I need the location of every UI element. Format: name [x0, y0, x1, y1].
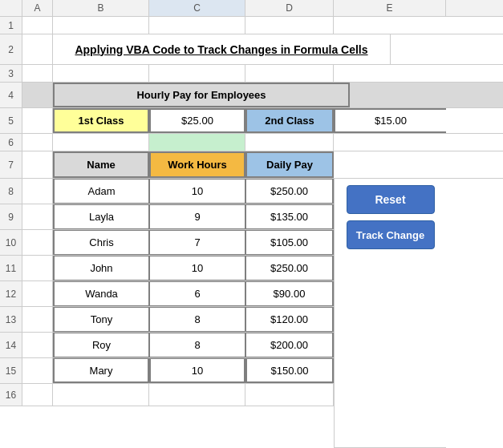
- cell-6e[interactable]: [334, 134, 446, 151]
- cell-layla-hours[interactable]: 9: [149, 204, 245, 229]
- hourly-pay-header: Hourly Pay for Employees: [53, 83, 350, 107]
- cell-adam-name[interactable]: Adam: [53, 179, 149, 204]
- cell-john-pay[interactable]: $250.00: [245, 256, 334, 281]
- corner-cell: [0, 0, 22, 16]
- cell-6a[interactable]: [22, 134, 53, 151]
- data-left: 8 Adam 10 $250.00 9 Layla 9 $135.00 10 C…: [0, 179, 334, 448]
- data-row-roy: 14 Roy 8 $200.00: [0, 333, 334, 358]
- cell-11a[interactable]: [22, 256, 53, 281]
- cell-16b[interactable]: [53, 384, 149, 406]
- cell-3b[interactable]: [53, 65, 149, 82]
- cell-3e[interactable]: [334, 65, 446, 82]
- data-row-layla: 9 Layla 9 $135.00: [0, 204, 334, 230]
- col-header-a: A: [22, 0, 53, 16]
- rownum-12: 12: [0, 281, 22, 306]
- cell-16d[interactable]: [245, 384, 334, 406]
- data-row-mary: 15 Mary 10 $150.00: [0, 358, 334, 384]
- row-3: 3: [0, 65, 503, 83]
- row-7-buttons: [334, 151, 446, 178]
- col-header-e: E: [334, 0, 446, 16]
- cell-chris-pay[interactable]: $105.00: [245, 230, 334, 255]
- cell-layla-name[interactable]: Layla: [53, 204, 149, 229]
- cell-1a[interactable]: [22, 17, 53, 34]
- cell-tony-hours[interactable]: 8: [149, 307, 245, 332]
- rownum-9: 9: [0, 204, 22, 229]
- row-7-headers: 7 Name Work Hours Daily Pay: [0, 151, 503, 179]
- cell-6c[interactable]: [149, 134, 245, 151]
- cell-1c[interactable]: [149, 17, 245, 34]
- rownum-14: 14: [0, 333, 22, 357]
- class2-label[interactable]: 2nd Class: [245, 108, 334, 133]
- cell-3d[interactable]: [245, 65, 334, 82]
- cell-roy-hours[interactable]: 8: [149, 333, 245, 357]
- cell-4e[interactable]: [350, 83, 462, 107]
- cell-4a[interactable]: [22, 83, 53, 107]
- cell-6d[interactable]: [245, 134, 334, 151]
- cell-15a[interactable]: [22, 358, 53, 383]
- data-row-tony: 13 Tony 8 $120.00: [0, 307, 334, 333]
- cell-adam-hours[interactable]: 10: [149, 179, 245, 204]
- cell-wanda-name[interactable]: Wanda: [53, 281, 149, 306]
- cell-tony-name[interactable]: Tony: [53, 307, 149, 332]
- cell-3c[interactable]: [149, 65, 245, 82]
- rownum-13: 13: [0, 307, 22, 332]
- cell-8a[interactable]: [22, 179, 53, 204]
- cell-16a[interactable]: [22, 384, 53, 406]
- rownum-4: 4: [0, 83, 22, 107]
- cell-chris-name[interactable]: Chris: [53, 230, 149, 255]
- cell-12a[interactable]: [22, 281, 53, 306]
- data-row-adam: 8 Adam 10 $250.00: [0, 179, 334, 204]
- data-row-john: 11 John 10 $250.00: [0, 256, 334, 281]
- cell-16c[interactable]: [149, 384, 245, 406]
- col-header-d: D: [245, 0, 334, 16]
- data-section: 8 Adam 10 $250.00 9 Layla 9 $135.00 10 C…: [0, 179, 503, 448]
- cell-7a[interactable]: [22, 151, 53, 178]
- cell-2e[interactable]: [391, 34, 503, 64]
- cell-john-hours[interactable]: 10: [149, 256, 245, 281]
- price1-value[interactable]: $25.00: [149, 108, 245, 133]
- cell-wanda-hours[interactable]: 6: [149, 281, 245, 306]
- cell-1d[interactable]: [245, 17, 334, 34]
- cell-13a[interactable]: [22, 307, 53, 332]
- row-4: 4 Hourly Pay for Employees: [0, 83, 503, 108]
- cell-14a[interactable]: [22, 333, 53, 357]
- col-header-dailypay: Daily Pay: [245, 151, 334, 178]
- rownum-15: 15: [0, 358, 22, 383]
- title-cell: Applying VBA Code to Track Changes in Fo…: [53, 34, 391, 64]
- row-5: 5 1st Class $25.00 2nd Class $15.00: [0, 108, 503, 134]
- price2-value[interactable]: $15.00: [334, 108, 446, 133]
- cell-10a[interactable]: [22, 230, 53, 255]
- cell-mary-pay[interactable]: $150.00: [245, 358, 334, 383]
- row-2: 2 Applying VBA Code to Track Changes in …: [0, 34, 503, 65]
- cell-chris-hours[interactable]: 7: [149, 230, 245, 255]
- cell-roy-name[interactable]: Roy: [53, 333, 149, 357]
- cell-1e[interactable]: [334, 17, 446, 34]
- rownum-16: 16: [0, 384, 22, 406]
- cell-1b[interactable]: [53, 17, 149, 34]
- class1-label[interactable]: 1st Class: [53, 108, 149, 133]
- rownum-8: 8: [0, 179, 22, 204]
- col-header-workhours: Work Hours: [149, 151, 245, 178]
- cell-layla-pay[interactable]: $135.00: [245, 204, 334, 229]
- cell-mary-hours[interactable]: 10: [149, 358, 245, 383]
- cell-roy-pay[interactable]: $200.00: [245, 333, 334, 357]
- cell-9a[interactable]: [22, 204, 53, 229]
- cell-adam-pay[interactable]: $250.00: [245, 179, 334, 204]
- cell-6b[interactable]: [53, 134, 149, 151]
- cell-mary-name[interactable]: Mary: [53, 358, 149, 383]
- data-row-wanda: 12 Wanda 6 $90.00: [0, 281, 334, 307]
- cell-john-name[interactable]: John: [53, 256, 149, 281]
- track-change-button[interactable]: Track Change: [347, 220, 435, 249]
- cell-tony-pay[interactable]: $120.00: [245, 307, 334, 332]
- rownum-7: 7: [0, 151, 22, 178]
- col-header-c: C: [149, 0, 245, 16]
- rownum-2: 2: [0, 34, 22, 64]
- data-row-chris: 10 Chris 7 $105.00: [0, 230, 334, 256]
- cell-wanda-pay[interactable]: $90.00: [245, 281, 334, 306]
- rownum-5: 5: [0, 108, 22, 133]
- cell-3a[interactable]: [22, 65, 53, 82]
- cell-5a[interactable]: [22, 108, 53, 133]
- cell-2a[interactable]: [22, 34, 53, 64]
- col-headers-row: A B C D E: [0, 0, 503, 17]
- reset-button[interactable]: Reset: [347, 185, 435, 214]
